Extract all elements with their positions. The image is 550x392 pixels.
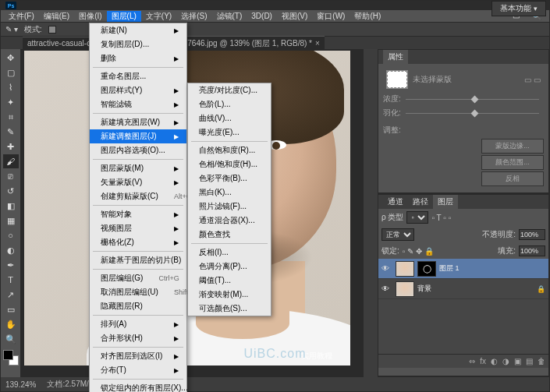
menu-10[interactable]: 帮助(H) — [350, 11, 385, 22]
menu-item[interactable]: 图层样式(Y) — [90, 83, 186, 97]
menu-item[interactable]: 对齐图层到选区(I) — [90, 349, 186, 363]
mode-swatch[interactable] — [48, 26, 56, 34]
blend-mode-select[interactable]: 正常 — [381, 228, 414, 241]
menu-item[interactable]: 新建(N) — [90, 23, 186, 37]
menu-7[interactable]: 3D(D) — [247, 12, 277, 20]
menu-item[interactable]: 照片滤镜(F)... — [188, 200, 271, 214]
menu-0[interactable]: 文件(F) — [4, 11, 39, 22]
menu-item[interactable]: 图层内容选项(O)... — [90, 143, 186, 157]
menu-5[interactable]: 选择(S) — [176, 11, 211, 22]
menu-item[interactable]: 通道混合器(X)... — [188, 214, 271, 228]
menu-item[interactable]: 自然饱和度(R)... — [188, 143, 271, 157]
menu-item[interactable]: 新建填充图层(W) — [90, 115, 186, 129]
layers-tab[interactable]: 图层 — [433, 195, 458, 209]
menu-item[interactable]: 图层蒙版(M) — [90, 161, 186, 175]
menu-item[interactable]: 合并形状(H) — [90, 331, 186, 345]
menu-item[interactable]: 排列(A) — [90, 317, 186, 331]
menu-6[interactable]: 滤镜(T) — [212, 11, 247, 22]
mask-icon[interactable]: ◐ — [491, 357, 498, 366]
menu-item[interactable]: 色彩平衡(B)... — [188, 171, 271, 185]
color-range-button[interactable]: 颜色范围... — [481, 155, 544, 170]
zoom-tool[interactable]: 🔍 — [3, 332, 19, 346]
menu-item[interactable]: 新建基于图层的切片(B) — [90, 253, 186, 267]
menu-item[interactable]: 视频图层 — [90, 221, 186, 235]
menu-item[interactable]: 曲线(V)... — [188, 111, 271, 125]
dodge-tool[interactable]: ◐ — [3, 243, 19, 257]
hand-tool[interactable]: ✋ — [3, 317, 19, 331]
eyedrop-tool[interactable]: ✎ — [3, 125, 19, 139]
link-icon[interactable]: ⇔ — [469, 357, 475, 366]
channels-tab[interactable]: 通道 — [383, 195, 408, 209]
fill-input[interactable] — [519, 245, 545, 256]
history-tool[interactable]: ↺ — [3, 184, 19, 198]
menu-item[interactable]: 隐藏图层(R) — [90, 299, 186, 313]
adjustment-icon[interactable]: ◑ — [502, 357, 509, 366]
lasso-tool[interactable]: ⌇ — [3, 80, 19, 94]
menu-item[interactable]: 阈值(T)... — [188, 274, 271, 288]
menu-3[interactable]: 图层(L) — [107, 11, 141, 22]
layer-name[interactable]: 图层 1 — [439, 263, 460, 274]
menu-4[interactable]: 文字(Y) — [141, 11, 176, 22]
menu-item[interactable]: 色阶(L)... — [188, 97, 271, 111]
properties-tab[interactable]: 属性 — [383, 50, 408, 64]
layer-row[interactable]: 👁 背景 🔒 — [378, 279, 548, 299]
opacity-input[interactable] — [519, 229, 545, 240]
menu-item[interactable]: 色相/饱和度(H)... — [188, 157, 271, 171]
menu-item[interactable]: 渐变映射(M)... — [188, 288, 271, 302]
type-tool[interactable]: T — [3, 273, 19, 287]
zoom-level[interactable]: 139.24% — [5, 380, 36, 389]
layer-thumb[interactable] — [396, 261, 414, 277]
folder-icon[interactable]: ▣ — [514, 357, 521, 366]
filter-kind-select[interactable]: ▫ — [406, 211, 428, 224]
stamp-tool[interactable]: ⎚ — [3, 169, 19, 183]
menu-item[interactable]: 亮度/对比度(C)... — [188, 83, 271, 97]
mask-edge-button[interactable]: 蒙版边缘... — [481, 139, 544, 154]
tool-preset-icon[interactable]: ✎ ▾ — [5, 25, 18, 34]
layer-thumb[interactable] — [396, 281, 414, 297]
path-tool[interactable]: ↗ — [3, 288, 19, 302]
menu-item[interactable]: 重命名图层... — [90, 69, 186, 83]
color-swatch[interactable] — [3, 350, 19, 366]
pen-tool[interactable]: ✒ — [3, 258, 19, 272]
menu-item[interactable]: 删除 — [90, 51, 186, 65]
menu-item[interactable]: 复制图层(D)... — [90, 37, 186, 51]
menu-item[interactable]: 取消图层编组(U)Shift+Ctrl+G — [90, 285, 186, 299]
menu-item[interactable]: 创建剪贴蒙版(C)Alt+Ctrl+G — [90, 189, 186, 203]
layer-name[interactable]: 背景 — [417, 284, 431, 294]
density-slider[interactable] — [406, 99, 539, 100]
lock-icons[interactable]: ▫ ✎ ✥ 🔒 — [403, 247, 434, 256]
feather-slider[interactable] — [406, 113, 539, 114]
heal-tool[interactable]: ✚ — [3, 139, 19, 154]
move-tool[interactable]: ✥ — [3, 51, 19, 65]
menu-item[interactable]: 图层编组(G)Ctrl+G — [90, 271, 186, 285]
menu-item[interactable]: 锁定组内的所有图层(X)... — [90, 381, 186, 392]
menu-item[interactable]: 色调分离(P)... — [188, 260, 271, 274]
wand-tool[interactable]: ✦ — [3, 95, 19, 109]
gradient-tool[interactable]: ▦ — [3, 214, 19, 228]
mask-thumb[interactable]: ◯ — [417, 261, 436, 277]
menu-item[interactable]: 新建调整图层(J) — [90, 129, 186, 143]
brush-tool[interactable]: 🖌 — [3, 154, 19, 168]
visibility-icon[interactable]: 👁 — [381, 284, 392, 293]
menu-8[interactable]: 视图(V) — [277, 11, 312, 22]
workspace-switcher[interactable]: 基本功能 ▾ — [491, 1, 546, 16]
menu-item[interactable]: 曝光度(E)... — [188, 125, 271, 139]
menu-item[interactable]: 反相(I)... — [188, 245, 271, 260]
crop-tool[interactable]: ⌗ — [3, 110, 19, 124]
marquee-tool[interactable]: ▢ — [3, 65, 19, 79]
menu-item[interactable]: 黑白(K)... — [188, 185, 271, 200]
new-layer-icon[interactable]: ▤ — [526, 357, 533, 366]
blur-tool[interactable]: ○ — [3, 228, 19, 242]
lock-icon[interactable]: 🔒 — [537, 285, 545, 293]
menu-item[interactable]: 颜色查找 — [188, 228, 271, 242]
menu-1[interactable]: 编辑(E) — [39, 11, 74, 22]
menu-item[interactable]: 栅格化(Z) — [90, 235, 186, 249]
menu-item[interactable]: 智能滤镜 — [90, 97, 186, 111]
menu-item[interactable]: 矢量蒙版(V) — [90, 175, 186, 189]
close-icon[interactable]: × — [315, 39, 320, 48]
menu-item[interactable]: 分布(T) — [90, 363, 186, 377]
menu-9[interactable]: 窗口(W) — [312, 11, 350, 22]
fx-icon[interactable]: fx — [480, 357, 486, 366]
invert-button[interactable]: 反相 — [481, 171, 544, 186]
menu-2[interactable]: 图像(I) — [74, 11, 106, 22]
